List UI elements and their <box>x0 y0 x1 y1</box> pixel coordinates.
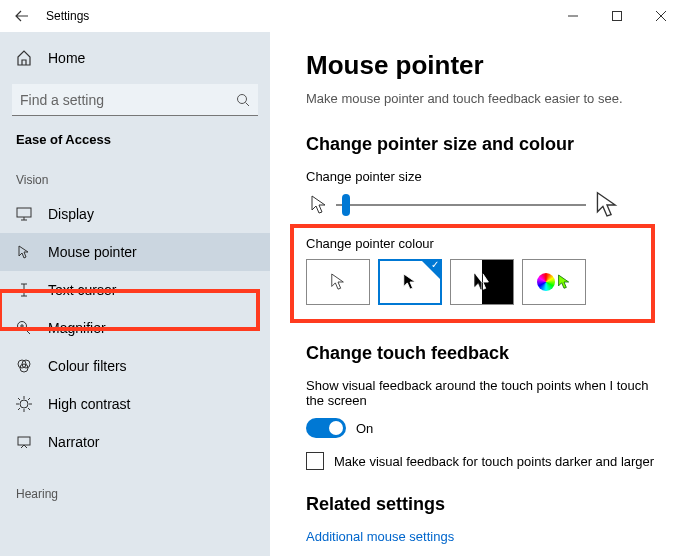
group-hearing: Hearing <box>16 487 258 501</box>
page-desc: Make mouse pointer and touch feedback ea… <box>306 91 659 106</box>
svg-line-5 <box>246 102 250 106</box>
back-button[interactable] <box>14 8 30 24</box>
cursor-small-icon <box>310 194 328 216</box>
search-input[interactable] <box>20 92 236 108</box>
nav-label: High contrast <box>48 396 130 412</box>
svg-line-24 <box>18 398 20 400</box>
colour-custom[interactable] <box>522 259 586 305</box>
nav-colour-filters[interactable]: Colour filters <box>0 347 270 385</box>
magnifier-icon <box>16 320 32 336</box>
search-box[interactable] <box>12 84 258 116</box>
additional-mouse-link[interactable]: Additional mouse settings <box>306 529 659 544</box>
nav-label: Mouse pointer <box>48 244 137 260</box>
nav-display[interactable]: Display <box>0 195 270 233</box>
nav-label: Magnifier <box>48 320 106 336</box>
colour-wheel-icon <box>537 273 555 291</box>
cursor-large-icon <box>594 190 620 220</box>
nav-label: Narrator <box>48 434 99 450</box>
nav-mouse-pointer[interactable]: Mouse pointer <box>0 233 270 271</box>
text-cursor-icon <box>16 282 32 298</box>
home-icon <box>16 50 32 66</box>
titlebar: Settings <box>0 0 683 32</box>
nav-label: Display <box>48 206 94 222</box>
svg-rect-1 <box>613 12 622 21</box>
nav-label: Text cursor <box>48 282 116 298</box>
group-vision: Vision <box>16 173 258 187</box>
search-icon <box>236 93 250 107</box>
narrator-icon <box>16 434 32 450</box>
nav-narrator[interactable]: Narrator <box>0 423 270 461</box>
colour-black[interactable] <box>378 259 442 305</box>
nav-text-cursor[interactable]: Text cursor <box>0 271 270 309</box>
home-label: Home <box>48 50 85 66</box>
svg-line-25 <box>28 408 30 410</box>
sidebar: Home Ease of Access Vision Display Mouse… <box>0 32 270 556</box>
colour-white[interactable] <box>306 259 370 305</box>
nav-label: Colour filters <box>48 358 127 374</box>
svg-rect-6 <box>17 208 31 217</box>
section-touch: Change touch feedback <box>306 343 659 364</box>
svg-point-19 <box>20 400 28 408</box>
svg-point-4 <box>238 94 247 103</box>
window-title: Settings <box>46 9 89 23</box>
svg-rect-28 <box>18 437 30 445</box>
high-contrast-icon <box>16 396 32 412</box>
darker-larger-checkbox[interactable] <box>306 452 324 470</box>
home-nav[interactable]: Home <box>12 40 258 76</box>
display-icon <box>16 206 32 222</box>
mouse-pointer-icon <box>16 244 32 260</box>
close-button[interactable] <box>639 0 683 32</box>
main-panel: Mouse pointer Make mouse pointer and tou… <box>270 32 683 556</box>
highlight-main: Change pointer colour <box>290 224 655 323</box>
touch-desc: Show visual feedback around the touch po… <box>306 378 659 408</box>
size-label: Change pointer size <box>306 169 659 184</box>
colour-filters-icon <box>16 358 32 374</box>
minimize-button[interactable] <box>551 0 595 32</box>
svg-line-26 <box>18 408 20 410</box>
checkbox-label: Make visual feedback for touch points da… <box>334 454 654 469</box>
nav-high-contrast[interactable]: High contrast <box>0 385 270 423</box>
section-size-colour: Change pointer size and colour <box>306 134 659 155</box>
related-settings: Related settings <box>306 494 659 515</box>
toggle-state: On <box>356 421 373 436</box>
page-title: Mouse pointer <box>306 50 659 81</box>
svg-line-13 <box>26 330 31 335</box>
svg-line-27 <box>28 398 30 400</box>
nav-magnifier[interactable]: Magnifier <box>0 309 270 347</box>
touch-feedback-toggle[interactable] <box>306 418 346 438</box>
colour-label: Change pointer colour <box>306 236 639 251</box>
colour-inverted[interactable] <box>450 259 514 305</box>
category-label: Ease of Access <box>16 132 258 147</box>
pointer-size-slider[interactable] <box>336 193 586 217</box>
maximize-button[interactable] <box>595 0 639 32</box>
